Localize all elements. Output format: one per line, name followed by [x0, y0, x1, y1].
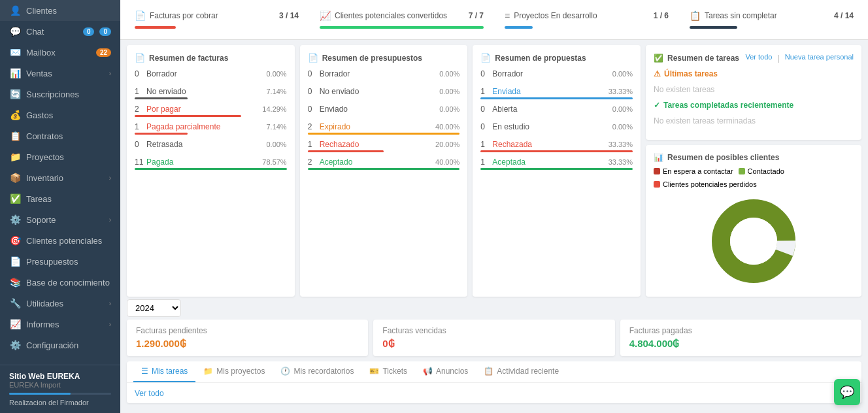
sidebar-item-gastos[interactable]: 💰 Gastos [0, 105, 120, 125]
tab-tickets[interactable]: 🎫Tickets [361, 361, 415, 382]
legend-dot [654, 181, 660, 188]
warning-icon: ⚠ [654, 69, 661, 78]
sidebar-item-utilidades[interactable]: 🔧 Utilidades› [0, 293, 120, 314]
row-pct: 7.14% [258, 123, 287, 131]
sidebar-label-configuracion: Configuración [26, 340, 111, 350]
tab-mis-tareas[interactable]: ☰Mis tareas [133, 361, 195, 382]
sidebar-item-proyectos[interactable]: 📁 Proyectos [0, 146, 120, 167]
ver-todo-link[interactable]: Ver todo [745, 53, 772, 63]
sidebar-item-inventario[interactable]: 📦 Inventario› [0, 167, 120, 188]
row-label: Pagada parcialmente [146, 122, 255, 131]
right-panel: ✅ Resumen de tareas Ver todo | Nueva tar… [646, 45, 861, 297]
inv-card-facturas-vencidas: Facturas vencidas 0₲ [373, 320, 614, 356]
sidebar-item-tareas[interactable]: ✅ Tareas [0, 188, 120, 209]
task-summary-header: ✅ Resumen de tareas Ver todo | Nueva tar… [654, 53, 854, 63]
task-icon: ✅ [654, 54, 663, 63]
chevron-icon: › [109, 321, 111, 328]
sidebar-item-ventas[interactable]: 📊 Ventas› [0, 63, 120, 84]
top-stats-row: 📄 Facturas por cobrar 3 / 14 📈 Clientes … [120, 0, 868, 40]
chat-float-button[interactable]: 💬 [834, 379, 860, 405]
summary-item-row: 2 Aceptado 40.00% [308, 157, 460, 167]
mailbox-badge: 22 [96, 48, 111, 57]
summary-item-row: 0 Borrador 0.00% [135, 69, 287, 78]
count: 1 [480, 140, 490, 149]
count: 0 [480, 122, 490, 131]
tab-label-tickets: Tickets [382, 367, 407, 376]
count: 1 [308, 140, 317, 149]
count: 0 [308, 69, 317, 78]
sidebar-item-chat[interactable]: 💬 Chat0 0 [0, 21, 120, 42]
stat-icon: 📄 [135, 10, 146, 21]
nueva-tarea-link[interactable]: Nueva tarea personal [785, 53, 854, 63]
count: 1 [480, 157, 490, 167]
no-completed-msg: No existen tareas terminadas [654, 114, 854, 132]
task-summary-card: ✅ Resumen de tareas Ver todo | Nueva tar… [646, 45, 861, 140]
summary-item: 1 Enviada 33.33% [480, 87, 633, 99]
sidebar: 👤 Clientes💬 Chat0 0✉️ Mailbox22📊 Ventas›… [0, 0, 120, 413]
year-select[interactable]: 2024 2023 [127, 299, 181, 317]
stat-header: ≡ Proyectos En desarrollo 1 / 6 [505, 10, 669, 21]
user-name: Realizacion del Firmador [9, 399, 111, 406]
configuracion-icon: ⚙️ [9, 340, 21, 350]
year-selector-row: 2024 2023 [120, 299, 868, 320]
sidebar-item-presupuestos[interactable]: 📄 Presupuestos [0, 251, 120, 272]
summary-item-row: 0 Abierta 0.00% [480, 105, 633, 114]
proyectos-icon: 📁 [9, 152, 21, 162]
summary-item-row: 0 Enviado 0.00% [308, 105, 460, 114]
row-label: Rechazada [492, 140, 601, 149]
count: 0 [480, 105, 490, 114]
summary-item: 2 Aceptado 40.00% [308, 157, 460, 170]
inv-title: Facturas vencidas [382, 326, 605, 335]
stat-icon: ≡ [505, 10, 510, 21]
sidebar-item-configuracion[interactable]: ⚙️ Configuración [0, 335, 120, 355]
sidebar-item-mailbox[interactable]: ✉️ Mailbox22 [0, 42, 120, 63]
stat-bar [135, 26, 176, 29]
site-name: Sitio Web EUREKA [9, 372, 111, 381]
tab-anuncios[interactable]: 📢Anuncios [415, 361, 476, 382]
presupuestos-title: 📄 Resumen de presupuestos [308, 53, 460, 63]
propuestas-title: 📄 Resumen de propuestas [480, 53, 633, 63]
count: 0 [135, 69, 144, 78]
sidebar-item-contratos[interactable]: 📋 Contratos [0, 125, 120, 146]
summary-item: 0 No enviado 0.00% [308, 87, 460, 99]
row-label: Retrasada [146, 140, 255, 149]
count: 2 [135, 105, 144, 114]
tabs-body: Ver todo [127, 383, 861, 403]
summary-item: 0 Borrador 0.00% [308, 69, 460, 82]
ventas-icon: 📊 [9, 68, 21, 78]
tab-icon-anuncios: 📢 [423, 367, 433, 376]
row-pct: 40.00% [430, 123, 459, 131]
tab-mis-proyectos[interactable]: 📁Mis proyectos [195, 361, 273, 382]
base-conocimiento-icon: 📚 [9, 277, 21, 288]
summary-item: 0 Abierta 0.00% [480, 105, 633, 117]
count: 2 [308, 122, 317, 131]
donut-header: 📊 Resumen de posibles clientes [654, 153, 854, 162]
tab-actividad-reciente[interactable]: 📋Actividad reciente [476, 361, 567, 382]
row-pct: 0.00% [603, 70, 633, 78]
chat-badge-1: 0 [83, 27, 95, 36]
contratos-icon: 📋 [9, 131, 21, 141]
legend-item-contactado: Contactado [739, 167, 784, 175]
svg-point-2 [730, 218, 777, 265]
sidebar-item-clientes[interactable]: 👤 Clientes [0, 0, 120, 21]
row-pct: 7.14% [258, 88, 287, 95]
ver-todo-bottom[interactable]: Ver todo [135, 389, 164, 398]
stat-header: 📄 Facturas por cobrar 3 / 14 [135, 10, 299, 21]
sidebar-label-presupuestos: Presupuestos [26, 257, 111, 267]
sidebar-item-clientes-potenciales[interactable]: 🎯 Clientes potenciales [0, 230, 120, 251]
stat-card-clientes-potenciales-convertidos: 📈 Clientes potenciales convertidos 7 / 7 [312, 5, 492, 34]
sidebar-label-ventas: Ventas [26, 69, 104, 78]
sidebar-label-mailbox: Mailbox [26, 48, 91, 58]
tab-mis-recordatorios[interactable]: 🕐Mis recordatorios [273, 361, 361, 382]
row-label: No enviado [146, 87, 255, 96]
row-label: En estudio [492, 122, 601, 131]
summary-item: 11 Pagada 78.57% [135, 157, 287, 170]
sidebar-item-suscripciones[interactable]: 🔄 Suscripciones [0, 84, 120, 105]
task-links: Ver todo | Nueva tarea personal [745, 53, 854, 63]
stat-value: 4 / 14 [834, 11, 854, 20]
sidebar-item-soporte[interactable]: ⚙️ Soporte› [0, 209, 120, 230]
summary-item: 1 Aceptada 33.33% [480, 157, 633, 170]
summary-item-row: 2 Por pagar 14.29% [135, 105, 287, 114]
sidebar-item-informes[interactable]: 📈 Informes› [0, 314, 120, 335]
sidebar-item-base-conocimiento[interactable]: 📚 Base de conocimiento [0, 272, 120, 293]
